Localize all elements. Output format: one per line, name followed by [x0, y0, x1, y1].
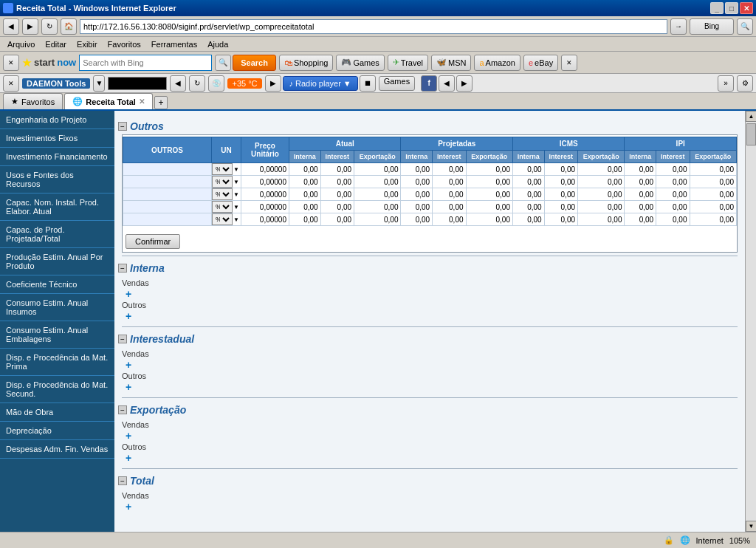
- interna-toggle[interactable]: −: [118, 264, 127, 273]
- row-1-dropdown-icon[interactable]: ▼: [233, 179, 239, 185]
- scroll-up-button[interactable]: ▲: [746, 111, 756, 122]
- games-icon: 🎮: [341, 58, 351, 67]
- menu-exibir[interactable]: Exibir: [72, 39, 102, 49]
- sidebar-item-despesas[interactable]: Despesas Adm. Fin. Vendas: [0, 440, 114, 459]
- games-button[interactable]: 🎮 Games: [336, 55, 384, 71]
- row-3-dropdown-icon[interactable]: ▼: [233, 204, 239, 210]
- sidebar-item-investimento-financiamento[interactable]: Investimento Financiamento: [0, 148, 114, 166]
- bing-search-input[interactable]: [79, 55, 212, 71]
- search-button[interactable]: Search: [233, 55, 276, 71]
- travel-button[interactable]: ✈ Travel: [388, 55, 428, 71]
- outros-section-header: − Outros: [118, 118, 741, 134]
- menu-favoritos[interactable]: Favoritos: [103, 39, 145, 49]
- fwd-btn2[interactable]: ▶: [456, 75, 472, 92]
- daemon-nav1[interactable]: ◀: [170, 75, 186, 92]
- total-vendas-plus[interactable]: +: [126, 501, 131, 513]
- sidebar-item-consumo-insumos[interactable]: Consumo Estim. Anual Insumos: [0, 294, 114, 321]
- interestadual-toggle[interactable]: −: [118, 335, 127, 343]
- total-toggle[interactable]: −: [118, 476, 127, 485]
- row-4-percent-select[interactable]: %: [212, 213, 233, 225]
- exportacao-toggle[interactable]: −: [118, 405, 127, 414]
- row-4-name-input[interactable]: [123, 213, 211, 225]
- confirmar-button[interactable]: Confirmar: [126, 234, 180, 249]
- daemon-dropdown[interactable]: ▼: [93, 75, 105, 92]
- facebook-button[interactable]: f: [421, 75, 437, 92]
- minimize-button[interactable]: _: [710, 2, 724, 14]
- exportacao-outros-plus[interactable]: +: [126, 452, 131, 464]
- refresh-button[interactable]: ↻: [41, 18, 58, 35]
- sidebar-item-disp-mat-prima[interactable]: Disp. e Procedência da Mat. Prima: [0, 349, 114, 376]
- row-4-dropdown-icon[interactable]: ▼: [233, 216, 239, 223]
- sidebar-item-mao-obra[interactable]: Mão de Obra: [0, 403, 114, 422]
- row-2-percent-select[interactable]: %: [212, 188, 233, 200]
- back-btn2[interactable]: ◀: [439, 75, 455, 92]
- toolbar-close[interactable]: ✕: [3, 55, 19, 71]
- address-input[interactable]: [80, 19, 667, 34]
- toolbar-settings[interactable]: ✕: [561, 55, 577, 71]
- sidebar-item-depreciacao[interactable]: Depreciação: [0, 422, 114, 440]
- sidebar-item-investimentos-fixos[interactable]: Investimentos Fixos: [0, 129, 114, 148]
- bing-search[interactable]: Bing: [690, 18, 734, 35]
- sidebar-item-producao-estim[interactable]: Produção Estim. Anual Por Produto: [0, 248, 114, 275]
- row-3-percent-select[interactable]: %: [212, 201, 233, 213]
- sidebar-item-capac-prod[interactable]: Capac. de Prod. Projetada/Total: [0, 221, 114, 248]
- daemon-close[interactable]: ✕: [3, 75, 19, 92]
- brand-start: start: [34, 57, 55, 68]
- tab-close-icon[interactable]: ✕: [139, 97, 145, 106]
- row-1-percent-select[interactable]: %: [212, 176, 233, 188]
- sidebar-item-engenharia[interactable]: Engenharia do Projeto: [0, 111, 114, 129]
- msn-button[interactable]: 🦋 MSN: [431, 55, 471, 71]
- outros-toggle[interactable]: −: [118, 122, 127, 131]
- go-button[interactable]: →: [670, 18, 687, 35]
- shopping-button[interactable]: 🛍 Shopping: [279, 55, 334, 71]
- toolbar-settings2[interactable]: ⚙: [737, 75, 753, 92]
- row-3-name-input[interactable]: [123, 201, 211, 213]
- row-0-percent-select[interactable]: %: [212, 163, 233, 175]
- maximize-button[interactable]: □: [725, 2, 738, 14]
- row-3-val-1: 0,00: [320, 201, 354, 213]
- search-bing-btn[interactable]: 🔍: [737, 18, 753, 35]
- interestadual-vendas-plus[interactable]: +: [126, 359, 131, 371]
- row-2-dropdown-icon[interactable]: ▼: [233, 191, 239, 198]
- row-1-name-input[interactable]: [123, 176, 211, 188]
- radio-player-button[interactable]: ♪ Radio player ▼: [283, 76, 358, 91]
- new-tab-button[interactable]: +: [154, 96, 168, 109]
- exportacao-vendas-plus[interactable]: +: [126, 430, 131, 442]
- vertical-scrollbar[interactable]: ▲ ▼: [745, 111, 756, 532]
- close-button[interactable]: ✕: [740, 2, 753, 14]
- toolbar-more[interactable]: »: [718, 75, 734, 92]
- menu-arquivo[interactable]: Arquivo: [3, 39, 39, 49]
- scroll-down-button[interactable]: ▼: [746, 521, 756, 532]
- receita-total-tab[interactable]: 🌐 Receita Total ✕: [64, 93, 153, 109]
- row-0-val-5: 0,00: [466, 163, 512, 176]
- sidebar-item-consumo-embalagens[interactable]: Consumo Estim. Anual Embalagens: [0, 321, 114, 349]
- forward-button[interactable]: ▶: [22, 18, 38, 35]
- favorites-tab[interactable]: ★ Favoritos: [3, 93, 63, 109]
- sidebar-item-coeficiente[interactable]: Coeficiente Técnico: [0, 275, 114, 294]
- menu-editar[interactable]: Editar: [41, 39, 71, 49]
- row-0-dropdown-icon[interactable]: ▼: [233, 166, 239, 173]
- sidebar-item-disp-mat-secund[interactable]: Disp. e Procedência do Mat. Secund.: [0, 376, 114, 403]
- home-button[interactable]: 🏠: [61, 18, 77, 35]
- interna-outros-plus[interactable]: +: [126, 310, 131, 322]
- play-button[interactable]: ▶: [265, 75, 281, 92]
- stop-button[interactable]: ⏹: [360, 75, 376, 92]
- back-button[interactable]: ◀: [3, 18, 19, 35]
- interestadual-outros-plus[interactable]: +: [126, 381, 131, 393]
- daemon-mount[interactable]: 💿: [208, 75, 224, 92]
- row-1-val-9: 0,00: [625, 176, 656, 188]
- sidebar-item-capac-nom[interactable]: Capac. Nom. Instal. Prod. Elabor. Atual: [0, 193, 114, 221]
- menu-ajuda[interactable]: Ajuda: [203, 39, 233, 49]
- brand-now: now: [57, 57, 76, 68]
- scroll-thumb[interactable]: [746, 123, 756, 145]
- amazon-button[interactable]: a Amazon: [474, 55, 520, 71]
- games-toolbar-button[interactable]: Games: [379, 76, 415, 91]
- daemon-nav2[interactable]: ↻: [189, 75, 205, 92]
- ebay-button[interactable]: e eBay: [523, 55, 558, 71]
- menu-ferramentas[interactable]: Ferramentas: [147, 39, 202, 49]
- interna-vendas-plus[interactable]: +: [126, 288, 131, 300]
- search-icon-btn[interactable]: 🔍: [215, 55, 231, 71]
- sidebar-item-usos-fontes[interactable]: Usos e Fontes dos Recursos: [0, 166, 114, 193]
- row-2-name-input[interactable]: [123, 188, 211, 200]
- row-0-name-input[interactable]: [123, 163, 211, 175]
